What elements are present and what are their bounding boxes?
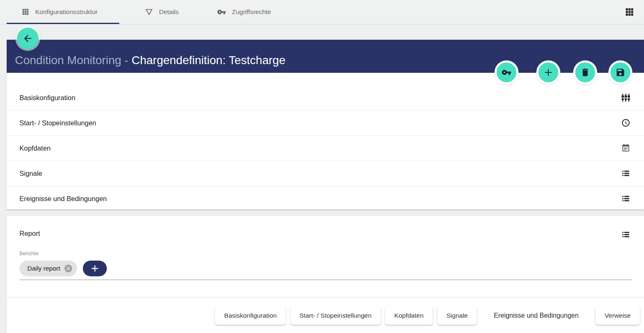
list-item-label: Basiskonfiguration	[19, 94, 75, 102]
list-item-start-stopeinstellungen[interactable]: Start- / Stopeinstellungen	[7, 110, 644, 136]
tab-zugriffsrechte[interactable]: Zugriffsrechte	[217, 0, 271, 24]
report-header-row[interactable]: Report	[7, 216, 644, 245]
list-item-signale[interactable]: Signale	[7, 161, 644, 186]
footer-buttons: Basiskonfiguration Start- / Stopeinstell…	[215, 307, 640, 325]
list-item-kopfdaten[interactable]: Kopfdaten	[7, 136, 644, 161]
footer-button-basiskonfiguration[interactable]: Basiskonfiguration	[215, 307, 286, 325]
list-item-label: Ereignisse und Bedingungen	[19, 195, 107, 203]
tab-konfigurationsstruktur[interactable]: Konfigurationsstruktur	[22, 0, 98, 24]
footer-button-start-stopeinstellungen[interactable]: Start- / Stopeinstellungen	[290, 307, 381, 325]
list-icon	[621, 230, 630, 239]
save-button[interactable]	[610, 62, 630, 82]
configuration-list: Basiskonfiguration Start- / Stopeinstell…	[7, 85, 644, 211]
page-title-main: Chargendefinition: Testcharge	[132, 54, 286, 67]
add-button[interactable]	[538, 62, 558, 82]
tab-label: Details	[159, 8, 178, 16]
filter-icon	[145, 8, 153, 16]
berichte-field-label: Berichte	[19, 251, 39, 256]
add-report-button[interactable]	[83, 261, 107, 276]
save-icon	[615, 67, 625, 77]
grid-icon	[22, 8, 29, 16]
page-title: Condition Monitoring - Chargendefinition…	[15, 54, 285, 67]
key-icon	[502, 67, 511, 77]
trash-icon	[580, 67, 590, 77]
apps-grid-icon[interactable]	[625, 7, 634, 17]
tab-details[interactable]: Details	[145, 0, 178, 24]
plus-icon	[89, 263, 100, 274]
report-title: Report	[19, 230, 40, 237]
list-item-label: Start- / Stopeinstellungen	[19, 119, 96, 127]
cancel-icon[interactable]	[64, 264, 73, 273]
active-tab-indicator	[7, 23, 119, 24]
configuration-card: Basiskonfiguration Start- / Stopeinstell…	[7, 73, 644, 209]
list-icon	[621, 194, 630, 203]
back-button[interactable]	[17, 28, 39, 49]
footer-button-kopfdaten[interactable]: Kopfdaten	[385, 307, 433, 325]
delete-button[interactable]	[575, 62, 595, 82]
arrow-left-icon	[22, 33, 33, 44]
footer-button-signale[interactable]: Signale	[437, 307, 477, 325]
permissions-button[interactable]	[497, 62, 516, 82]
list-item-ereignisse-und-bedingungen[interactable]: Ereignisse und Bedingungen	[7, 186, 644, 211]
key-icon	[217, 7, 226, 17]
list-icon	[621, 169, 630, 178]
chip-label: Daily report	[27, 265, 60, 272]
sliders-icon	[621, 93, 630, 102]
footer-button-ereignisse-und-bedingungen[interactable]: Ereignisse und Bedingungen	[481, 307, 591, 325]
page-title-prefix: Condition Monitoring -	[15, 54, 132, 67]
plus-icon	[543, 67, 554, 78]
list-item-basiskonfiguration[interactable]: Basiskonfiguration	[7, 85, 644, 110]
tab-label: Zugriffsrechte	[232, 8, 271, 16]
clock-icon	[621, 118, 630, 127]
list-item-label: Signale	[19, 170, 42, 177]
tab-label: Konfigurationsstruktur	[35, 8, 98, 16]
app-window: Konfigurationsstruktur Details Zugriffsr…	[0, 0, 644, 333]
list-item-label: Kopfdaten	[19, 144, 51, 152]
footer-button-verweise[interactable]: Verweise	[596, 307, 640, 325]
calendar-note-icon	[621, 144, 630, 153]
report-chip-row: Daily report	[19, 261, 107, 276]
top-tab-bar: Konfigurationsstruktur Details Zugriffsr…	[0, 0, 644, 24]
berichte-field-underline	[19, 280, 632, 280]
report-chip-daily-report[interactable]: Daily report	[19, 261, 77, 276]
report-card: Report Berichte Daily report B	[7, 216, 644, 333]
footer-bar: Basiskonfiguration Start- / Stopeinstell…	[7, 297, 644, 333]
